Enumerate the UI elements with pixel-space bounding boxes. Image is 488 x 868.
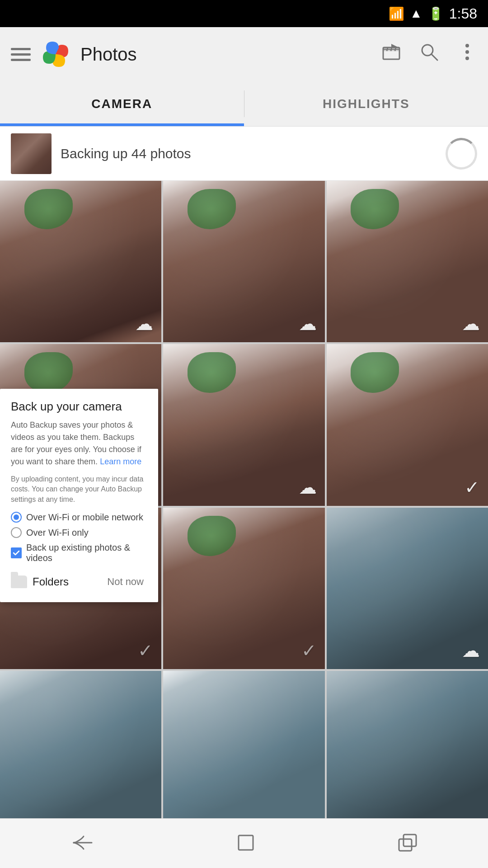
tab-highlights-label: HIGHLIGHTS: [323, 97, 410, 111]
folder-icon: [11, 576, 27, 588]
svg-marker-6: [391, 44, 399, 47]
status-time: 1:58: [449, 5, 477, 22]
svg-point-9: [465, 44, 469, 47]
back-button[interactable]: [69, 833, 96, 854]
svg-rect-13: [404, 835, 416, 846]
popup-actions: Folders Not now: [11, 572, 147, 591]
tab-camera-label: CAMERA: [91, 97, 152, 111]
photo-item[interactable]: ✓: [163, 508, 324, 669]
popup-body: Auto Backup saves your photos & videos a…: [11, 419, 147, 468]
popup-checkbox-existing[interactable]: Back up existing photos & videos: [11, 542, 147, 563]
learn-more-link[interactable]: Learn more: [100, 457, 141, 466]
check-faded-status-icon: ✓: [301, 640, 317, 661]
radio-wifi-only[interactable]: [11, 527, 22, 538]
cloud-status-icon: ☁: [462, 640, 480, 661]
nav-bar: [0, 818, 488, 868]
photo-item[interactable]: ☁: [327, 508, 488, 669]
svg-line-8: [432, 54, 437, 60]
photo-item[interactable]: [0, 671, 161, 832]
photo-item[interactable]: ✓: [327, 344, 488, 505]
search-button[interactable]: [419, 42, 439, 66]
checkbox-existing-icon: [11, 547, 22, 558]
checkbox-existing-label: Back up existing photos & videos: [26, 542, 147, 563]
svg-rect-14: [399, 839, 412, 851]
app-title: Photos: [80, 44, 372, 65]
photo-item[interactable]: ☁: [0, 181, 161, 342]
cloud-status-icon: ☁: [135, 313, 153, 334]
battery-icon: 🔋: [428, 6, 444, 21]
hamburger-menu-button[interactable]: [11, 48, 31, 61]
photo-item[interactable]: ☁: [163, 344, 324, 505]
content-area: Backing up 44 photos Back up your camera…: [0, 127, 488, 868]
popup-note: By uploading content, you may incur data…: [11, 474, 147, 505]
home-button[interactable]: [234, 831, 258, 856]
radio-wifi-mobile[interactable]: [11, 512, 22, 523]
backup-progress-indicator: [446, 138, 477, 170]
check-status-icon: ✓: [465, 477, 480, 498]
popup-folder-button[interactable]: Folders: [11, 576, 96, 588]
status-bar: 📶 ▲ 🔋 1:58: [0, 0, 488, 27]
check-faded-status-icon: ✓: [138, 640, 153, 661]
backup-thumbnail: [11, 133, 52, 174]
status-icons: 📶 ▲ 🔋 1:58: [389, 5, 477, 22]
option-wifi-mobile-label: Over Wi-Fi or mobile network: [26, 512, 143, 523]
not-now-button[interactable]: Not now: [103, 572, 147, 591]
wifi-icon: 📶: [389, 6, 404, 21]
popup-option-wifi-only[interactable]: Over Wi-Fi only: [11, 527, 147, 538]
svg-point-10: [465, 50, 469, 54]
photo-item[interactable]: [163, 671, 324, 832]
cloud-status-icon: ☁: [462, 313, 480, 334]
tab-highlights[interactable]: HIGHLIGHTS: [244, 81, 488, 126]
more-options-button[interactable]: [457, 42, 477, 66]
photo-item[interactable]: ☁: [327, 181, 488, 342]
app-bar: Photos: [0, 27, 488, 81]
backup-banner: Backing up 44 photos: [0, 127, 488, 181]
tab-camera[interactable]: CAMERA: [0, 81, 244, 126]
option-wifi-only-label: Over Wi-Fi only: [26, 528, 89, 538]
svg-rect-12: [239, 835, 253, 850]
recent-apps-button[interactable]: [395, 833, 419, 854]
svg-point-11: [465, 57, 469, 60]
popup-container: Back up your camera Auto Backup saves yo…: [0, 181, 488, 832]
create-movie-button[interactable]: [381, 42, 401, 66]
backup-popup: Back up your camera Auto Backup saves yo…: [0, 389, 158, 602]
photo-item[interactable]: ☁: [163, 181, 324, 342]
popup-option-wifi-mobile[interactable]: Over Wi-Fi or mobile network: [11, 512, 147, 523]
app-bar-actions: [381, 42, 477, 66]
cloud-status-icon: ☁: [299, 477, 317, 498]
popup-title: Back up your camera: [11, 400, 147, 414]
app-logo: [40, 38, 71, 70]
cloud-status-icon: ☁: [299, 313, 317, 334]
tabs-container: CAMERA HIGHLIGHTS: [0, 81, 488, 127]
folder-label: Folders: [33, 576, 69, 588]
photo-item[interactable]: [327, 671, 488, 832]
signal-icon: ▲: [410, 6, 422, 21]
backup-status-text: Backing up 44 photos: [61, 146, 436, 161]
